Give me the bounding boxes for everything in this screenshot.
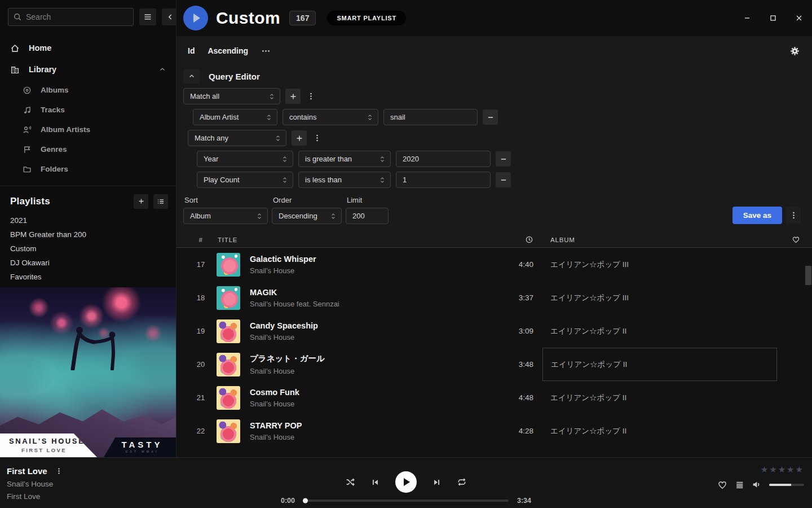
select-stepper-icon <box>379 176 385 184</box>
search-box[interactable] <box>8 8 134 26</box>
rule-operator-select[interactable]: is greater than <box>298 151 391 167</box>
collapse-chevron-icon[interactable] <box>159 66 166 73</box>
scrollbar-thumb[interactable] <box>805 266 811 285</box>
gear-icon <box>790 46 800 56</box>
select-value: contains <box>289 113 316 121</box>
sidebar-item-album-artists[interactable]: Album Artists <box>0 120 176 139</box>
sidebar-item-tracks[interactable]: Tracks <box>0 100 176 120</box>
queue-button[interactable] <box>735 480 744 490</box>
seek-bar[interactable] <box>303 500 509 502</box>
rule-value-input[interactable] <box>396 172 491 188</box>
rating-stars[interactable]: ★★★★★ <box>717 465 804 475</box>
artwork-label-mark: TASTY EST MMXI <box>104 437 176 457</box>
playlist-item[interactable]: 2021 <box>0 213 176 227</box>
folder-icon <box>23 165 32 174</box>
column-header-index[interactable]: # <box>185 237 217 243</box>
now-playing-artist: Snail’s House <box>7 480 63 488</box>
playlist-item[interactable]: DJ Okawari <box>0 256 176 270</box>
sidebar-item-folders[interactable]: Folders <box>0 159 176 179</box>
table-row[interactable]: 19 Candy Spaceship Snail’s House 3:09 エイ… <box>176 314 812 348</box>
save-menu-button[interactable] <box>786 207 801 224</box>
remove-rule-button[interactable] <box>496 172 511 187</box>
match-mode-select[interactable]: Match all <box>183 88 280 104</box>
rule-field-select[interactable]: Album Artist <box>193 109 277 125</box>
play-pause-button[interactable] <box>395 471 417 493</box>
star-icon[interactable]: ★ <box>778 465 787 474</box>
sidebar-item-home[interactable]: Home <box>0 37 176 59</box>
volume-button[interactable] <box>752 480 762 490</box>
seek-handle[interactable] <box>303 498 308 503</box>
shuffle-button[interactable] <box>345 477 355 487</box>
table-row[interactable]: 20 プラネット・ガール Snail’s House 3:48 エイリアン☆ポッ… <box>176 348 812 381</box>
sort-select[interactable]: Album <box>183 208 268 224</box>
search-input[interactable] <box>26 12 128 21</box>
rule-operator-select[interactable]: contains <box>283 109 378 125</box>
now-playing-menu-button[interactable] <box>55 467 63 475</box>
previous-track-button[interactable] <box>370 478 380 487</box>
now-playing-album: First Love <box>7 492 63 501</box>
playlist-item[interactable]: BPM Greater than 200 <box>0 227 176 242</box>
column-header-album[interactable]: ALBUM <box>542 237 779 243</box>
column-header-duration[interactable] <box>502 235 542 244</box>
album-art-thumbnail <box>217 319 240 343</box>
playlist-options-button[interactable] <box>153 194 168 209</box>
more-options-button[interactable] <box>261 46 271 56</box>
query-editor-collapse-button[interactable] <box>183 69 200 84</box>
group-menu-button[interactable] <box>312 130 322 146</box>
clock-icon <box>525 235 533 244</box>
sort-direction-control[interactable]: Ascending <box>208 46 248 55</box>
star-icon[interactable]: ★ <box>796 465 804 474</box>
query-editor-title: Query Editor <box>209 72 260 81</box>
save-as-button[interactable]: Save as <box>732 207 782 224</box>
ellipsis-icon <box>261 46 271 56</box>
table-row[interactable]: 21 Cosmo Funk Snail’s House 4:48 エイリアン☆ポ… <box>176 381 812 414</box>
table-row[interactable]: 22 STARRY POP Snail’s House 4:28 エイリアン☆ポ… <box>176 414 812 448</box>
match-mode-select[interactable]: Match any <box>188 130 286 146</box>
add-rule-button[interactable] <box>285 89 301 104</box>
rule-field-select[interactable]: Play Count <box>197 172 293 188</box>
repeat-button[interactable] <box>457 477 467 487</box>
playlist-item[interactable]: Favorites <box>0 270 176 284</box>
table-row[interactable]: 18 MAGIK Snail’s House feat. Sennzai 3:3… <box>176 281 812 314</box>
volume-slider[interactable] <box>769 484 804 486</box>
sidebar-item-albums[interactable]: Albums <box>0 80 176 100</box>
sidebar-item-label: Album Artists <box>41 125 90 134</box>
window-controls <box>734 0 812 36</box>
rule-value-input[interactable] <box>396 151 491 167</box>
track-album-focused-cell[interactable]: エイリアン☆ポップ II <box>542 348 777 381</box>
column-header-title[interactable]: TITLE <box>217 237 502 243</box>
rule-field-select[interactable]: Year <box>197 151 293 167</box>
favorite-button[interactable] <box>717 480 727 490</box>
limit-input[interactable] <box>346 208 389 224</box>
playlist-item[interactable]: Custom <box>0 242 176 256</box>
sidebar-item-library[interactable]: Library <box>0 59 176 80</box>
column-header-favorite[interactable] <box>779 235 812 244</box>
star-icon[interactable]: ★ <box>761 465 769 474</box>
app-window: Home Library Albums <box>0 0 812 508</box>
order-select[interactable]: Descending <box>272 208 342 224</box>
star-icon[interactable]: ★ <box>769 465 778 474</box>
menu-button[interactable] <box>139 8 156 25</box>
select-value: Play Count <box>204 176 240 184</box>
sidebar-item-genres[interactable]: Genres <box>0 139 176 159</box>
sort-field-control[interactable]: Id <box>188 46 195 55</box>
remove-rule-button[interactable] <box>496 151 511 167</box>
window-maximize-button[interactable] <box>760 0 786 36</box>
rule-operator-select[interactable]: is less than <box>298 172 391 188</box>
group-menu-button[interactable] <box>306 89 316 104</box>
add-rule-button[interactable] <box>292 130 307 146</box>
window-close-button[interactable] <box>786 0 812 36</box>
query-editor: Query Editor Match all <box>176 65 812 192</box>
play-playlist-button[interactable] <box>183 6 208 30</box>
table-row[interactable]: 17 Galactic Whisper Snail’s House 4:40 エ… <box>176 248 812 281</box>
flag-icon <box>23 145 32 154</box>
record-label-name: TASTY <box>104 440 176 449</box>
remove-rule-button[interactable] <box>483 110 498 125</box>
next-track-button[interactable] <box>432 478 442 487</box>
window-minimize-button[interactable] <box>734 0 760 36</box>
settings-button[interactable] <box>790 46 800 56</box>
rule-value-input[interactable] <box>383 109 478 125</box>
select-stepper-icon <box>379 155 385 163</box>
star-icon[interactable]: ★ <box>787 465 795 474</box>
add-playlist-button[interactable] <box>134 194 148 209</box>
